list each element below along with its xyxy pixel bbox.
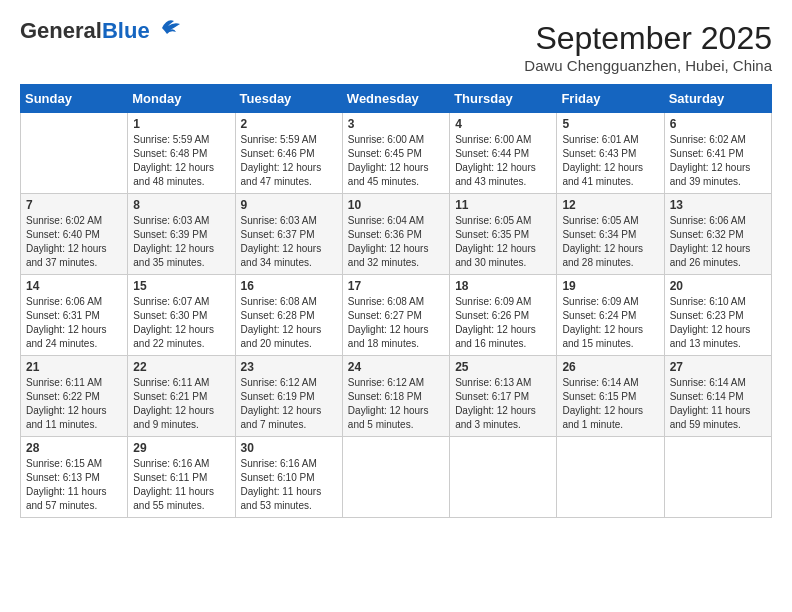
calendar-cell: 24Sunrise: 6:12 AMSunset: 6:18 PMDayligh…	[342, 356, 449, 437]
day-number: 4	[455, 117, 551, 131]
day-number: 26	[562, 360, 658, 374]
calendar-week-row: 7Sunrise: 6:02 AMSunset: 6:40 PMDaylight…	[21, 194, 772, 275]
calendar-cell	[21, 113, 128, 194]
calendar-cell: 6Sunrise: 6:02 AMSunset: 6:41 PMDaylight…	[664, 113, 771, 194]
day-of-week-header: Saturday	[664, 85, 771, 113]
day-number: 18	[455, 279, 551, 293]
calendar-cell	[342, 437, 449, 518]
calendar-cell: 18Sunrise: 6:09 AMSunset: 6:26 PMDayligh…	[450, 275, 557, 356]
calendar-cell: 21Sunrise: 6:11 AMSunset: 6:22 PMDayligh…	[21, 356, 128, 437]
day-content: Sunrise: 6:05 AMSunset: 6:35 PMDaylight:…	[455, 214, 551, 270]
day-content: Sunrise: 6:06 AMSunset: 6:32 PMDaylight:…	[670, 214, 766, 270]
calendar-cell: 19Sunrise: 6:09 AMSunset: 6:24 PMDayligh…	[557, 275, 664, 356]
day-number: 17	[348, 279, 444, 293]
calendar-body: 1Sunrise: 5:59 AMSunset: 6:48 PMDaylight…	[21, 113, 772, 518]
day-number: 13	[670, 198, 766, 212]
day-content: Sunrise: 6:08 AMSunset: 6:28 PMDaylight:…	[241, 295, 337, 351]
day-content: Sunrise: 6:11 AMSunset: 6:21 PMDaylight:…	[133, 376, 229, 432]
calendar-cell: 23Sunrise: 6:12 AMSunset: 6:19 PMDayligh…	[235, 356, 342, 437]
day-content: Sunrise: 6:04 AMSunset: 6:36 PMDaylight:…	[348, 214, 444, 270]
calendar-cell: 3Sunrise: 6:00 AMSunset: 6:45 PMDaylight…	[342, 113, 449, 194]
day-content: Sunrise: 6:15 AMSunset: 6:13 PMDaylight:…	[26, 457, 122, 513]
day-content: Sunrise: 6:00 AMSunset: 6:44 PMDaylight:…	[455, 133, 551, 189]
calendar-week-row: 28Sunrise: 6:15 AMSunset: 6:13 PMDayligh…	[21, 437, 772, 518]
day-content: Sunrise: 6:10 AMSunset: 6:23 PMDaylight:…	[670, 295, 766, 351]
calendar-header: SundayMondayTuesdayWednesdayThursdayFrid…	[21, 85, 772, 113]
day-content: Sunrise: 6:01 AMSunset: 6:43 PMDaylight:…	[562, 133, 658, 189]
day-content: Sunrise: 6:13 AMSunset: 6:17 PMDaylight:…	[455, 376, 551, 432]
calendar-cell: 5Sunrise: 6:01 AMSunset: 6:43 PMDaylight…	[557, 113, 664, 194]
day-of-week-header: Tuesday	[235, 85, 342, 113]
calendar-cell: 29Sunrise: 6:16 AMSunset: 6:11 PMDayligh…	[128, 437, 235, 518]
calendar-cell: 17Sunrise: 6:08 AMSunset: 6:27 PMDayligh…	[342, 275, 449, 356]
page-header: GeneralBlue September 2025 Dawu Chenggua…	[20, 20, 772, 74]
title-block: September 2025 Dawu Chengguanzhen, Hubei…	[524, 20, 772, 74]
day-content: Sunrise: 5:59 AMSunset: 6:46 PMDaylight:…	[241, 133, 337, 189]
day-number: 7	[26, 198, 122, 212]
day-of-week-header: Friday	[557, 85, 664, 113]
day-number: 28	[26, 441, 122, 455]
day-number: 20	[670, 279, 766, 293]
calendar-week-row: 1Sunrise: 5:59 AMSunset: 6:48 PMDaylight…	[21, 113, 772, 194]
calendar-cell: 9Sunrise: 6:03 AMSunset: 6:37 PMDaylight…	[235, 194, 342, 275]
calendar-cell	[557, 437, 664, 518]
logo-text: GeneralBlue	[20, 20, 150, 42]
day-content: Sunrise: 6:12 AMSunset: 6:19 PMDaylight:…	[241, 376, 337, 432]
day-content: Sunrise: 6:09 AMSunset: 6:24 PMDaylight:…	[562, 295, 658, 351]
day-number: 23	[241, 360, 337, 374]
calendar-cell: 14Sunrise: 6:06 AMSunset: 6:31 PMDayligh…	[21, 275, 128, 356]
day-number: 9	[241, 198, 337, 212]
day-number: 16	[241, 279, 337, 293]
calendar-cell: 12Sunrise: 6:05 AMSunset: 6:34 PMDayligh…	[557, 194, 664, 275]
day-number: 8	[133, 198, 229, 212]
calendar-week-row: 21Sunrise: 6:11 AMSunset: 6:22 PMDayligh…	[21, 356, 772, 437]
day-number: 27	[670, 360, 766, 374]
calendar-cell	[450, 437, 557, 518]
calendar-cell: 8Sunrise: 6:03 AMSunset: 6:39 PMDaylight…	[128, 194, 235, 275]
day-content: Sunrise: 6:14 AMSunset: 6:14 PMDaylight:…	[670, 376, 766, 432]
calendar-cell: 4Sunrise: 6:00 AMSunset: 6:44 PMDaylight…	[450, 113, 557, 194]
calendar-cell: 7Sunrise: 6:02 AMSunset: 6:40 PMDaylight…	[21, 194, 128, 275]
calendar-cell: 27Sunrise: 6:14 AMSunset: 6:14 PMDayligh…	[664, 356, 771, 437]
day-number: 25	[455, 360, 551, 374]
calendar-cell: 26Sunrise: 6:14 AMSunset: 6:15 PMDayligh…	[557, 356, 664, 437]
calendar-cell: 2Sunrise: 5:59 AMSunset: 6:46 PMDaylight…	[235, 113, 342, 194]
day-number: 21	[26, 360, 122, 374]
day-content: Sunrise: 6:16 AMSunset: 6:11 PMDaylight:…	[133, 457, 229, 513]
calendar-cell: 1Sunrise: 5:59 AMSunset: 6:48 PMDaylight…	[128, 113, 235, 194]
day-number: 1	[133, 117, 229, 131]
days-of-week-row: SundayMondayTuesdayWednesdayThursdayFrid…	[21, 85, 772, 113]
calendar-cell: 15Sunrise: 6:07 AMSunset: 6:30 PMDayligh…	[128, 275, 235, 356]
calendar-table: SundayMondayTuesdayWednesdayThursdayFrid…	[20, 84, 772, 518]
logo: GeneralBlue	[20, 20, 182, 42]
day-of-week-header: Monday	[128, 85, 235, 113]
day-number: 14	[26, 279, 122, 293]
calendar-cell: 28Sunrise: 6:15 AMSunset: 6:13 PMDayligh…	[21, 437, 128, 518]
calendar-cell: 20Sunrise: 6:10 AMSunset: 6:23 PMDayligh…	[664, 275, 771, 356]
day-number: 12	[562, 198, 658, 212]
day-number: 22	[133, 360, 229, 374]
day-number: 3	[348, 117, 444, 131]
day-of-week-header: Thursday	[450, 85, 557, 113]
month-year-title: September 2025	[524, 20, 772, 57]
day-content: Sunrise: 6:11 AMSunset: 6:22 PMDaylight:…	[26, 376, 122, 432]
day-content: Sunrise: 6:02 AMSunset: 6:41 PMDaylight:…	[670, 133, 766, 189]
day-number: 11	[455, 198, 551, 212]
day-content: Sunrise: 6:06 AMSunset: 6:31 PMDaylight:…	[26, 295, 122, 351]
calendar-cell: 10Sunrise: 6:04 AMSunset: 6:36 PMDayligh…	[342, 194, 449, 275]
calendar-cell: 30Sunrise: 6:16 AMSunset: 6:10 PMDayligh…	[235, 437, 342, 518]
location-subtitle: Dawu Chengguanzhen, Hubei, China	[524, 57, 772, 74]
calendar-cell: 25Sunrise: 6:13 AMSunset: 6:17 PMDayligh…	[450, 356, 557, 437]
day-content: Sunrise: 6:08 AMSunset: 6:27 PMDaylight:…	[348, 295, 444, 351]
day-number: 2	[241, 117, 337, 131]
calendar-cell: 22Sunrise: 6:11 AMSunset: 6:21 PMDayligh…	[128, 356, 235, 437]
calendar-cell: 13Sunrise: 6:06 AMSunset: 6:32 PMDayligh…	[664, 194, 771, 275]
calendar-cell: 11Sunrise: 6:05 AMSunset: 6:35 PMDayligh…	[450, 194, 557, 275]
calendar-cell	[664, 437, 771, 518]
day-number: 10	[348, 198, 444, 212]
day-number: 30	[241, 441, 337, 455]
calendar-cell: 16Sunrise: 6:08 AMSunset: 6:28 PMDayligh…	[235, 275, 342, 356]
logo-bird-icon	[152, 16, 182, 38]
day-content: Sunrise: 6:00 AMSunset: 6:45 PMDaylight:…	[348, 133, 444, 189]
day-number: 24	[348, 360, 444, 374]
